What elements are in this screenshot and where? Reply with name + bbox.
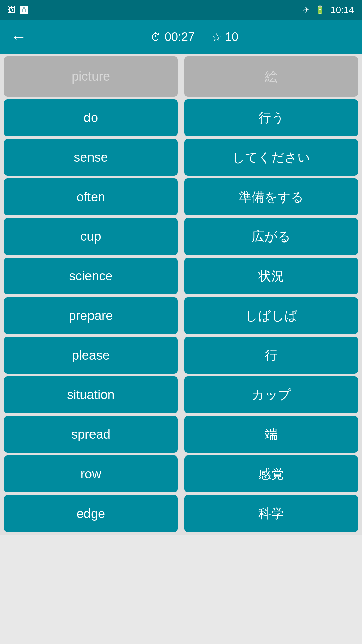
header-english-card[interactable]: picture [4, 56, 178, 97]
clock-icon: ⏱ [150, 31, 161, 43]
english-card-10[interactable]: edge [4, 495, 178, 532]
english-text-6: please [67, 345, 115, 365]
english-text-7: situation [62, 385, 120, 405]
japanese-text-2: 準備をする [234, 186, 309, 208]
airplane-icon: ✈ [303, 5, 310, 15]
toolbar: ← ⏱ 00:27 ☆ 10 [0, 20, 362, 54]
english-text-4: science [64, 266, 118, 286]
english-text-8: spread [66, 425, 116, 444]
japanese-card-8[interactable]: 端 [184, 416, 358, 453]
header-japanese-text: 絵 [259, 65, 283, 88]
japanese-text-3: 広がる [246, 225, 296, 248]
japanese-text-8: 端 [259, 423, 283, 446]
japanese-card-6[interactable]: 行 [184, 337, 358, 374]
japanese-card-9[interactable]: 感覚 [184, 455, 358, 492]
japanese-card-2[interactable]: 準備をする [184, 178, 358, 215]
header-english-text: picture [66, 67, 115, 87]
japanese-card-1[interactable]: してください [184, 139, 358, 176]
word-grid: picture 絵 [0, 54, 362, 99]
japanese-text-10: 科学 [253, 502, 289, 525]
english-card-6[interactable]: please [4, 337, 178, 374]
english-card-5[interactable]: prepare [4, 297, 178, 334]
japanese-card-4[interactable]: 状況 [184, 258, 358, 294]
english-text-3: cup [75, 227, 106, 247]
image-icon: 🖼 [8, 5, 16, 15]
star-area: ☆ 10 [212, 30, 238, 44]
english-card-9[interactable]: row [4, 455, 178, 492]
text-icon: 🅰 [20, 5, 28, 15]
japanese-card-0[interactable]: 行う [184, 99, 358, 136]
english-card-3[interactable]: cup [4, 218, 178, 255]
back-button[interactable]: ← [11, 29, 27, 45]
japanese-text-1: してください [227, 146, 316, 169]
header-japanese-card[interactable]: 絵 [184, 56, 358, 97]
english-card-2[interactable]: often [4, 178, 178, 215]
english-card-7[interactable]: situation [4, 376, 178, 413]
english-card-8[interactable]: spread [4, 416, 178, 453]
timer-display: 00:27 [165, 30, 195, 44]
star-count: 10 [225, 30, 238, 44]
battery-icon: 🔋 [315, 5, 325, 15]
japanese-text-4: 状況 [253, 265, 289, 287]
japanese-card-7[interactable]: カップ [184, 376, 358, 413]
status-bar: 🖼 🅰 ✈ 🔋 10:14 [0, 0, 362, 20]
english-text-10: edge [71, 504, 111, 524]
japanese-text-7: カップ [246, 384, 296, 406]
japanese-card-3[interactable]: 広がる [184, 218, 358, 255]
english-text-0: do [78, 108, 103, 128]
timer-area: ⏱ 00:27 ☆ 10 [150, 30, 238, 44]
english-text-1: sense [68, 148, 113, 167]
english-card-4[interactable]: science [4, 258, 178, 294]
japanese-text-0: 行う [253, 107, 290, 129]
vocab-rows: do行うsenseしてくださいoften準備をするcup広がるscience状況… [0, 99, 362, 535]
japanese-text-9: 感覚 [253, 463, 289, 485]
english-text-9: row [75, 464, 106, 484]
japanese-card-5[interactable]: しばしば [184, 297, 358, 334]
japanese-text-5: しばしば [240, 305, 303, 327]
japanese-card-10[interactable]: 科学 [184, 495, 358, 532]
star-icon: ☆ [212, 30, 222, 44]
status-time: 10:14 [330, 5, 354, 15]
english-card-0[interactable]: do [4, 99, 178, 136]
english-card-1[interactable]: sense [4, 139, 178, 176]
english-text-2: often [71, 187, 111, 207]
japanese-text-6: 行 [259, 344, 283, 367]
english-text-5: prepare [64, 306, 118, 326]
